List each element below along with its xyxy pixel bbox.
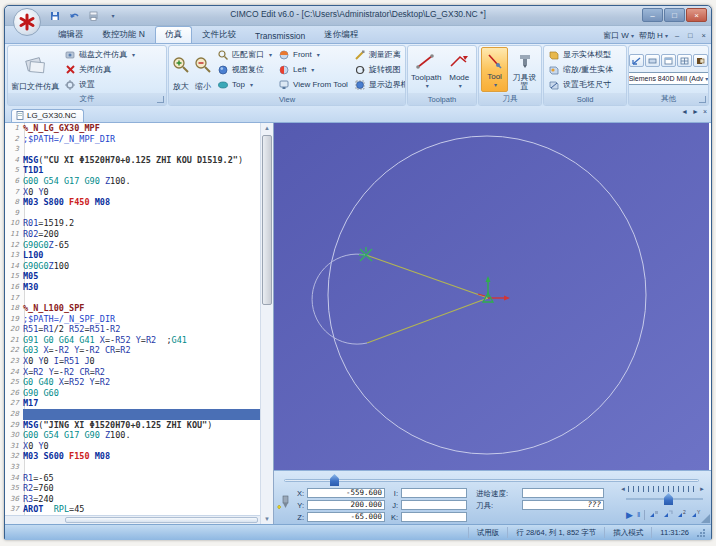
tab-close-icon[interactable]: × — [702, 108, 708, 115]
code-line[interactable]: 31X0 Y0 — [5, 441, 260, 452]
code-line[interactable]: 10R01=1519.2 — [5, 218, 260, 229]
code-line[interactable]: 7X0 Y0 — [5, 187, 260, 198]
show-bounding-box-button[interactable]: 显示边界框 — [352, 78, 406, 92]
window-resize-grip[interactable] — [697, 529, 705, 537]
editor-vscrollbar[interactable]: ▲ ▼ — [260, 123, 273, 524]
zoom-in-button[interactable]: 放大 — [171, 47, 191, 92]
code-line[interactable]: 14G90G0Z100 — [5, 261, 260, 272]
show-solid-model-button[interactable]: 显示实体模型 — [546, 48, 615, 62]
code-line[interactable]: 24X=R2 Y=-R2 CR=R2 — [5, 367, 260, 378]
code-line[interactable]: 34R1=-65 — [5, 473, 260, 484]
scroll-down-icon[interactable]: ▼ — [261, 514, 273, 524]
code-line[interactable]: 27M17 — [5, 398, 260, 409]
code-line[interactable]: 28 — [5, 409, 260, 420]
view-front-button[interactable]: Front — [276, 48, 350, 62]
code-line[interactable]: 36R3=240 — [5, 494, 260, 505]
mdi-minimize-button[interactable]: – — [673, 31, 681, 40]
regenerate-solid-button[interactable]: 缩放/重生实体 — [546, 63, 615, 77]
dialog-launcher-icon[interactable] — [699, 96, 706, 103]
zoom-out-button[interactable]: 缩小 — [193, 47, 213, 92]
close-button[interactable]: × — [686, 8, 707, 22]
maximize-button[interactable]: □ — [664, 8, 685, 22]
view-left-button[interactable]: Left — [276, 63, 350, 77]
pause-button[interactable]: ‖ — [637, 510, 640, 520]
other-button-1[interactable] — [629, 54, 644, 67]
code-line[interactable]: 4MSG("CU XI Φ1520H70+0.125 ZHI KOU D1519… — [5, 155, 260, 166]
other-button-2[interactable] — [645, 54, 660, 67]
code-line[interactable]: 18%_N_L100_SPF — [5, 303, 260, 314]
rotate-view-button[interactable]: 旋转视图 — [352, 63, 406, 77]
play-button[interactable]: ▶ — [626, 510, 633, 520]
help-menu[interactable]: 帮助 H — [639, 30, 668, 41]
x-value-field[interactable]: -559.600 — [307, 488, 385, 498]
step-z-button[interactable]: 2 — [677, 509, 687, 521]
k-value-field[interactable] — [401, 512, 467, 522]
speed-slower-icon[interactable]: ◄ — [620, 486, 626, 492]
code-line[interactable]: 22G03 X=-R2 Y=-R2 CR=R2 — [5, 345, 260, 356]
code-line[interactable]: 6G00 G54 G17 G90 Z100. — [5, 176, 260, 187]
window-file-sim-button[interactable]: 窗口文件仿真 — [10, 47, 60, 92]
machine-type-select[interactable]: Siemens 840D Mill (Adv — [628, 72, 709, 85]
code-line[interactable]: 26G90 G60 — [5, 388, 260, 399]
code-line[interactable]: 3 — [5, 144, 260, 155]
hscroll-thumb[interactable] — [65, 517, 258, 523]
reset-view-button[interactable]: 视图复位 — [215, 63, 274, 77]
code-line[interactable]: 8M03 S800 F450 M08 — [5, 197, 260, 208]
code-line[interactable]: 23X0 Y0 I=R51 J0 — [5, 356, 260, 367]
view-from-tool-button[interactable]: View From Tool — [276, 78, 350, 92]
y-value-field[interactable]: 200.000 — [307, 500, 385, 510]
z-value-field[interactable]: -65.000 — [307, 512, 385, 522]
code-line[interactable]: 2;$PATH=/_N_MPF_DIR — [5, 134, 260, 145]
code-line[interactable]: 37AROT RPL=45 — [5, 504, 260, 515]
code-line[interactable]: 33 — [5, 462, 260, 473]
code-line[interactable]: 30G00 G54 G17 G90 Z100. — [5, 430, 260, 441]
progress-slider[interactable] — [284, 479, 699, 482]
j-value-field[interactable] — [401, 500, 467, 510]
code-line[interactable]: 12G90G0Z-65 — [5, 240, 260, 251]
other-button-5[interactable] — [693, 54, 708, 67]
code-line[interactable]: 1%_N_LG_GX30_MPF — [5, 123, 260, 134]
editor-hscrollbar[interactable] — [5, 515, 260, 524]
tab-transmission[interactable]: Transmission — [246, 29, 314, 43]
disk-file-sim-button[interactable]: 磁盘文件仿真 — [62, 48, 137, 62]
code-line[interactable]: 35R2=760 — [5, 483, 260, 494]
speed-thumb[interactable] — [664, 493, 673, 505]
code-editor[interactable]: 1%_N_LG_GX30_MPF2;$PATH=/_N_MPF_DIR3 4MS… — [5, 123, 260, 524]
code-line[interactable]: 11R02=200 — [5, 229, 260, 240]
mdi-restore-button[interactable]: □ — [686, 31, 695, 40]
tab-simulation[interactable]: 仿真 — [155, 26, 192, 43]
code-line[interactable]: 16M30 — [5, 282, 260, 293]
code-line[interactable]: 29MSG("JING XI Φ1520H70+0.125 ZHI KOU") — [5, 420, 260, 431]
view-top-button[interactable]: Top — [215, 78, 274, 92]
tab-mini-programming[interactable]: 迷你编程 — [315, 27, 367, 43]
other-button-3[interactable] — [661, 54, 676, 67]
minimize-button[interactable]: – — [642, 8, 663, 22]
speed-faster-icon[interactable]: ► — [699, 486, 705, 492]
code-line[interactable]: 13L100 — [5, 250, 260, 261]
step-tool-button[interactable]: Y — [691, 509, 701, 521]
code-line[interactable]: 25G0 G40 X=R52 Y=R2 — [5, 377, 260, 388]
set-stock-size-button[interactable]: 设置毛坯尺寸 — [546, 78, 615, 92]
app-menu-button[interactable] — [13, 8, 41, 36]
tool-setup-button[interactable]: 刀具设置 — [510, 47, 539, 92]
tab-editor[interactable]: 编辑器 — [49, 27, 93, 43]
panel-resize-grip[interactable] — [701, 514, 710, 523]
document-tab[interactable]: LG_GX30.NC — [11, 109, 84, 122]
code-line[interactable]: 21G91 G0 G64 G41 X=-R52 Y=R2 ;G41 — [5, 335, 260, 346]
toolpath-canvas[interactable] — [274, 123, 711, 470]
settings-button[interactable]: 设置 — [62, 78, 137, 92]
tab-nc-functions[interactable]: 数控功能 N — [94, 27, 155, 43]
tab-file-compare[interactable]: 文件比较 — [193, 27, 245, 43]
tab-scroll-right-icon[interactable]: ► — [691, 108, 700, 115]
mdi-close-button[interactable]: × — [700, 31, 708, 40]
progress-thumb[interactable] — [330, 474, 339, 486]
code-line[interactable]: 20R51=R1/2 R52=R51-R2 — [5, 324, 260, 335]
dialog-launcher-icon[interactable] — [157, 96, 164, 103]
tab-scroll-left-icon[interactable]: ◄ — [680, 108, 689, 115]
code-line[interactable]: 5T1D1 — [5, 165, 260, 176]
toolpath-button[interactable]: Toolpath — [410, 47, 442, 92]
tool-field[interactable]: ??? — [522, 500, 604, 510]
code-area[interactable]: 1%_N_LG_GX30_MPF2;$PATH=/_N_MPF_DIR3 4MS… — [5, 123, 260, 515]
code-line[interactable]: 15M05 — [5, 271, 260, 282]
measure-distance-button[interactable]: 测量距离 — [352, 48, 406, 62]
